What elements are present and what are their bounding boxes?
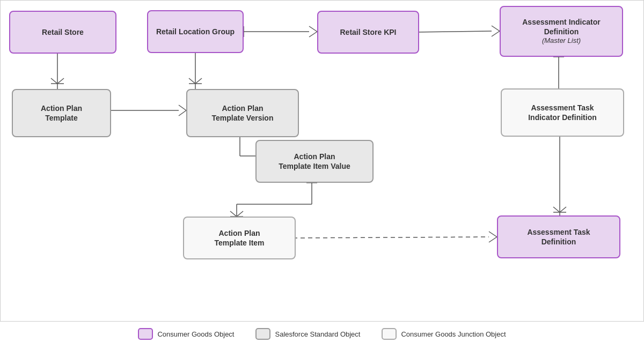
svg-line-35 — [553, 207, 560, 212]
legend-icon-purple — [138, 328, 153, 340]
legend-item-salesforce-standard: Salesforce Standard Object — [255, 328, 360, 340]
svg-line-15 — [492, 26, 500, 31]
legend-icon-gray — [255, 328, 270, 340]
legend-icon-white — [382, 328, 397, 340]
svg-line-16 — [492, 31, 500, 36]
svg-line-6 — [189, 78, 195, 84]
svg-line-41 — [293, 237, 489, 238]
svg-line-1 — [51, 78, 57, 84]
svg-line-36 — [560, 207, 566, 212]
legend: Consumer Goods Object Salesforce Standar… — [0, 322, 644, 346]
svg-line-22 — [179, 110, 186, 116]
svg-line-14 — [414, 31, 492, 32]
legend-item-consumer-goods: Consumer Goods Object — [138, 328, 234, 340]
node-assessment-indicator-def: Assessment Indicator Definition (Master … — [500, 6, 623, 57]
node-assessment-task-definition: Assessment TaskDefinition — [497, 215, 620, 258]
node-assessment-task-indicator-def: Assessment TaskIndicator Definition — [501, 88, 624, 137]
svg-line-31 — [237, 211, 243, 217]
svg-line-11 — [309, 26, 317, 32]
svg-line-7 — [195, 78, 202, 84]
node-retail-store: Retail Store — [9, 11, 116, 54]
legend-label-purple: Consumer Goods Object — [157, 330, 234, 338]
svg-line-30 — [230, 211, 237, 217]
node-retail-store-kpi: Retail Store KPI — [317, 11, 419, 54]
node-action-plan-template-version: Action PlanTemplate Version — [186, 89, 299, 137]
diagram-container: Retail Store Retail Location Group Retai… — [0, 0, 644, 322]
node-action-plan-template-item: Action PlanTemplate Item — [183, 217, 296, 259]
svg-line-2 — [57, 78, 64, 84]
node-action-plan-template-item-value: Action PlanTemplate Item Value — [255, 140, 374, 183]
legend-item-consumer-goods-junction: Consumer Goods Junction Object — [382, 328, 506, 340]
svg-line-21 — [179, 105, 186, 110]
svg-line-12 — [309, 32, 317, 37]
svg-line-43 — [489, 237, 497, 242]
legend-label-gray: Salesforce Standard Object — [275, 330, 360, 338]
node-action-plan-template: Action PlanTemplate — [12, 89, 111, 137]
node-retail-location-group: Retail Location Group — [147, 10, 244, 53]
svg-line-42 — [489, 232, 497, 237]
legend-label-white: Consumer Goods Junction Object — [401, 330, 506, 338]
